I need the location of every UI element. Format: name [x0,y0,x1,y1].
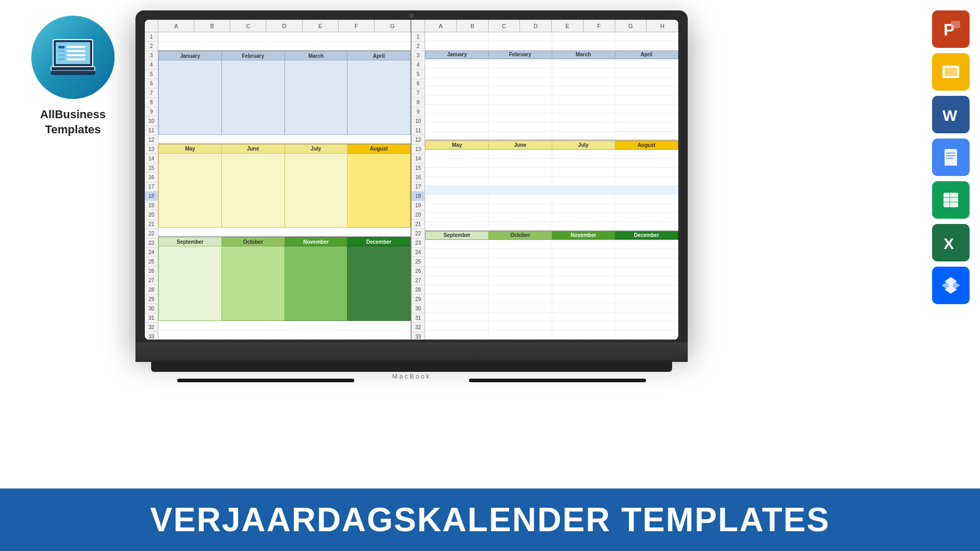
apr-body [348,60,411,135]
nov-header: November [285,237,348,246]
col-b: B [194,20,230,32]
rn-26: 26 [145,267,158,276]
r-q1-r9 [425,105,678,114]
rn-27: 27 [145,276,158,285]
powerpoint-icon[interactable]: P [932,10,970,48]
r-q2-r20 [425,204,678,213]
jul-body [285,154,348,228]
right-col-b: B [457,20,489,32]
rn-9: 9 [145,107,158,117]
r-q1-r6 [425,78,678,86]
svg-rect-23 [946,158,953,159]
excel-icon[interactable]: X [932,224,970,261]
left-col-headers: A B C D E F G [145,20,411,32]
rrn-9: 9 [412,107,425,117]
rrn-14: 14 [412,154,425,164]
rn-28: 28 [145,285,158,295]
rrn-15: 15 [412,164,425,173]
svg-rect-16 [945,68,957,76]
q1-body [158,60,411,135]
nov-body [285,246,348,321]
rrn-23: 23 [412,239,425,248]
rrn-28: 28 [412,285,425,295]
spacer4-row [158,321,411,330]
dropbox-icon[interactable] [932,267,970,304]
rn-19: 19 [145,201,158,210]
right-col-g: G [615,20,647,32]
row-num-header [145,20,158,32]
sheets-icon[interactable] [932,181,970,219]
rrn-29: 29 [412,295,425,304]
r-q1-r4 [425,59,678,68]
feb-header: February [222,51,285,60]
jan-body [158,60,222,135]
q2-header-row: May June July August [158,144,411,154]
right-col-f: F [584,20,615,32]
r-q2-r15 [425,159,678,168]
q1-header-row: January February March April [158,51,411,60]
r-q1-r8 [425,95,678,104]
apr-header: April [348,51,411,60]
spreadsheet-screen: A B C D E F G 1 2 [145,20,678,340]
rn-24: 24 [145,248,158,257]
svg-rect-3 [67,46,85,48]
svg-rect-1 [56,42,90,64]
app-icons-panel: P W [932,10,970,304]
rrn-7: 7 [412,89,425,98]
rn-20: 20 [145,210,158,220]
dec-header: December [348,237,411,246]
rn-13: 13 [145,145,158,154]
r-q1-r11 [425,122,678,131]
rrn-11: 11 [412,126,425,135]
rn-33: 33 [145,332,158,340]
right-col-headers: A B C D E F G H [412,20,678,32]
may-body [158,154,222,228]
r-q3-r29 [425,285,678,294]
right-col-a: A [425,20,457,32]
spacer-row [158,42,411,51]
rrn-13: 13 [412,145,425,154]
jan-header: January [158,51,222,60]
r-nov-hdr: November [552,231,615,240]
svg-rect-20 [945,149,957,166]
word-icon[interactable]: W [932,96,970,133]
r-q2-r18-hl [425,186,678,195]
r-feb-hdr: February [489,51,552,59]
svg-rect-7 [58,50,65,52]
rrn-18: 18 [412,192,425,201]
rn-25: 25 [145,257,158,267]
svg-rect-5 [67,54,85,56]
rrn-24: 24 [412,248,425,257]
rrn-32: 32 [412,323,425,332]
rn-21: 21 [145,220,158,229]
jun-body [222,154,285,228]
r-sep-hdr: September [425,231,489,240]
r-q3-r32 [425,312,678,321]
col-c: C [230,20,266,32]
rrn-6: 6 [412,79,425,89]
screen-area: A B C D E F G 1 2 [145,20,678,340]
slides-icon[interactable] [932,53,970,91]
q3-header-row: September October November December [158,237,411,246]
left-body: 1 2 3 4 5 6 7 8 9 10 11 [145,32,411,340]
r-jan-hdr: January [425,51,489,59]
rn-3: 3 [145,51,158,60]
rrn-2: 2 [412,42,425,51]
right-col-c: C [489,20,520,32]
rn-1: 1 [145,32,158,42]
rrn-20: 20 [412,210,425,220]
col-d: D [266,20,302,32]
svg-rect-22 [946,155,956,156]
mar-header: March [285,51,348,60]
rn-6: 6 [145,79,158,89]
rrn-25: 25 [412,257,425,267]
docs-icon[interactable] [932,139,970,176]
macbook-foot-left [177,379,354,382]
r-apr-hdr: April [615,51,678,59]
rn-15: 15 [145,164,158,173]
rrn-16: 16 [412,173,425,182]
rn-23: 23 [145,239,158,248]
macbook-foot-right [469,379,646,382]
rn-7: 7 [145,89,158,98]
r-q2-hdrs: May June July August [425,141,678,149]
